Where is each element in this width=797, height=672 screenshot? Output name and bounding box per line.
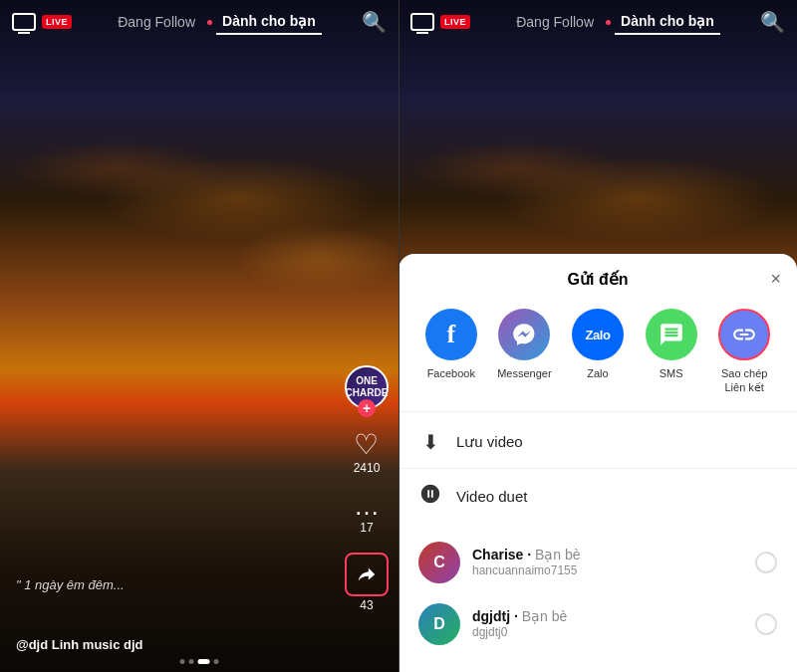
- video-background: [0, 0, 398, 672]
- tv-icon-right: [410, 13, 434, 31]
- nav-dot-right: [606, 20, 611, 25]
- messenger-icon: [498, 309, 550, 360]
- share-icon-box: [345, 553, 389, 596]
- share-contacts: C Charise · Bạn bè hancuannaimo7155 D dg…: [398, 524, 797, 663]
- dgjdtj-select[interactable]: [755, 613, 777, 635]
- charise-username: hancuannaimo7155: [472, 563, 743, 577]
- sms-label: SMS: [660, 366, 683, 380]
- live-badge-right: LIVE: [440, 15, 470, 29]
- zalo-icon: Zalo: [572, 309, 624, 360]
- dgjdtj-name: dgjdtj · Bạn bè: [472, 608, 743, 624]
- share-app-zalo[interactable]: Zalo Zalo: [565, 309, 631, 395]
- facebook-icon: f: [425, 309, 477, 360]
- top-nav-right: LIVE Đang Follow Dành cho bạn 🔍: [398, 0, 797, 44]
- live-tv-icon: [12, 13, 36, 31]
- share-header: Gửi đến ×: [398, 270, 797, 301]
- charise-info: Charise · Bạn bè hancuannaimo7155: [472, 547, 743, 577]
- right-panel: LIVE Đang Follow Dành cho bạn 🔍 Gửi đến …: [398, 0, 797, 672]
- live-tv-icon-right: [410, 13, 434, 31]
- messenger-label: Messenger: [497, 366, 551, 380]
- share-actions: ⬇ Lưu video Video duet: [398, 411, 797, 524]
- save-video-label: Lưu video: [456, 433, 523, 451]
- dot-4: [214, 659, 219, 664]
- zalo-label: Zalo: [587, 366, 608, 380]
- copy-link-label: Sao chépLiên kết: [721, 366, 767, 395]
- sms-icon: [646, 309, 697, 360]
- share-panel: Gửi đến × f Facebook Messenger: [398, 254, 797, 672]
- save-icon: ⬇: [418, 430, 442, 454]
- live-badge: LIVE: [42, 15, 72, 29]
- comment-icon: …: [354, 493, 380, 519]
- like-action[interactable]: ♡ 2410: [354, 431, 381, 475]
- scroll-dots: [180, 659, 219, 664]
- dgjdtj-avatar: D: [418, 603, 460, 645]
- close-icon[interactable]: ×: [770, 269, 781, 290]
- like-count: 2410: [354, 461, 381, 475]
- facebook-label: Facebook: [427, 366, 475, 380]
- tab-following-right[interactable]: Đang Follow: [510, 10, 600, 34]
- share-app-copy[interactable]: Sao chépLiên kết: [711, 309, 777, 395]
- video-duet-label: Video duet: [456, 488, 527, 505]
- share-app-messenger[interactable]: Messenger: [492, 309, 558, 395]
- right-actions: ONE CHARDE + ♡ 2410 … 17 43: [345, 365, 389, 612]
- search-icon-left[interactable]: 🔍: [362, 10, 387, 34]
- tab-foryou-right[interactable]: Dành cho bạn: [615, 9, 720, 35]
- share-count: 43: [360, 598, 373, 612]
- nav-dot-left: [207, 20, 212, 25]
- contact-charise[interactable]: C Charise · Bạn bè hancuannaimo7155: [398, 532, 797, 593]
- share-apps-row: f Facebook Messenger Zalo Zalo: [398, 301, 797, 411]
- avatar-container[interactable]: ONE CHARDE +: [345, 365, 389, 409]
- video-username: @djd Linh music djd: [16, 637, 143, 652]
- tab-foryou-left[interactable]: Dành cho bạn: [216, 9, 322, 35]
- dgjdtj-info: dgjdtj · Bạn bè dgjdtj0: [472, 608, 743, 639]
- charise-avatar: C: [418, 542, 460, 583]
- tab-following-left[interactable]: Đang Follow: [112, 10, 201, 34]
- share-app-sms[interactable]: SMS: [639, 309, 704, 395]
- share-title: Gửi đến: [568, 270, 629, 289]
- tv-icon: [12, 13, 36, 31]
- dot-3-active: [198, 659, 210, 664]
- contact-dgjdtj[interactable]: D dgjdtj · Bạn bè dgjdtj0: [398, 593, 797, 655]
- follow-plus-icon: +: [358, 399, 376, 417]
- nav-tabs-left: Đang Follow Dành cho bạn: [80, 9, 354, 35]
- left-panel: LIVE Đang Follow Dành cho bạn 🔍 " 1 ngày…: [0, 0, 398, 672]
- top-nav-left: LIVE Đang Follow Dành cho bạn 🔍: [0, 0, 398, 44]
- panel-divider: [398, 0, 399, 672]
- video-caption: " 1 ngày êm đêm...: [16, 577, 125, 592]
- comment-action[interactable]: … 17: [354, 493, 380, 535]
- duet-icon: [418, 483, 442, 510]
- nav-tabs-right: Đang Follow Dành cho bạn: [478, 9, 752, 35]
- share-icon: [356, 563, 378, 585]
- dot-1: [180, 659, 185, 664]
- dot-2: [189, 659, 194, 664]
- share-app-facebook[interactable]: f Facebook: [418, 309, 484, 395]
- video-duet-action[interactable]: Video duet: [398, 469, 797, 524]
- charise-name: Charise · Bạn bè: [472, 547, 743, 562]
- search-icon-right[interactable]: 🔍: [760, 10, 785, 34]
- share-action[interactable]: 43: [345, 553, 389, 612]
- comment-count: 17: [360, 521, 373, 535]
- dgjdtj-username: dgjdtj0: [472, 625, 743, 639]
- copy-link-icon: [718, 309, 770, 360]
- save-video-action[interactable]: ⬇ Lưu video: [398, 416, 797, 469]
- charise-select[interactable]: [755, 552, 777, 573]
- heart-icon: ♡: [354, 431, 379, 459]
